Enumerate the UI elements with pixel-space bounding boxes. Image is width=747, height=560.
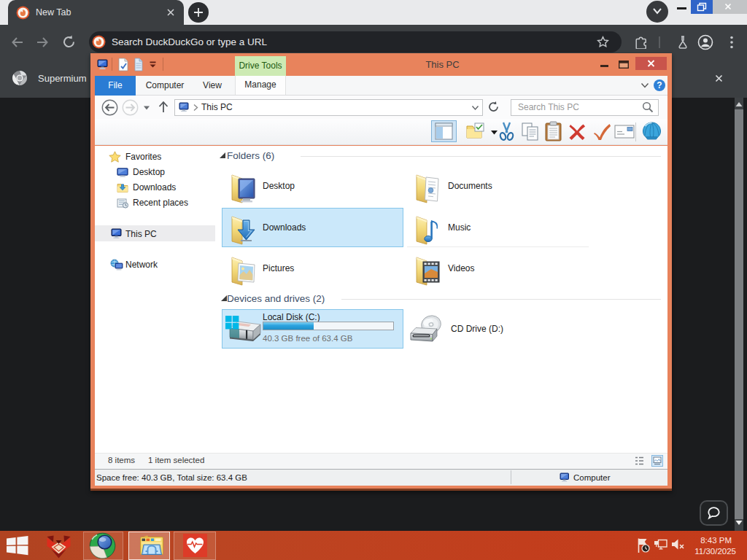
- svg-text:?: ?: [657, 80, 662, 90]
